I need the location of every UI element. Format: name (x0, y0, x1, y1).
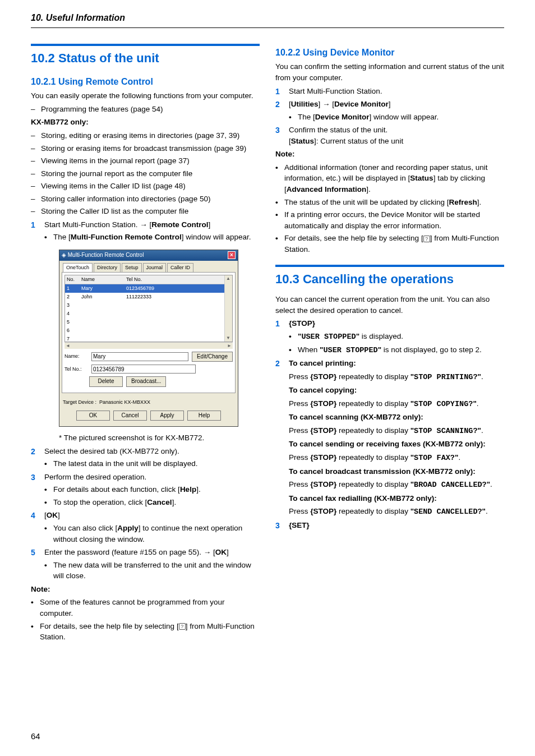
arrow-icon: → (204, 548, 211, 556)
name-input[interactable] (91, 352, 188, 361)
right-column: 10.2.2 Using Device Monitor You can conf… (275, 34, 504, 644)
step-number: 2 (275, 358, 280, 369)
arrow-icon: → (140, 220, 147, 229)
step-number: 1 (31, 219, 35, 231)
col-no: No. (65, 275, 80, 284)
step-text: Start Multi-Function Station. (44, 220, 140, 229)
note-bullet: Additional information (toner and record… (275, 162, 504, 195)
cancel-redial-head: To cancel fax redialling (KX-MB772 only)… (289, 493, 504, 504)
step-text: Confirm the status of the unit. (289, 126, 388, 134)
dash-item: Viewing items in the journal report (pag… (31, 155, 260, 167)
horizontal-scrollbar[interactable]: ◄► (64, 342, 233, 349)
cancel-scanning-head: To cancel scanning (KX-MB772 only): (289, 412, 504, 423)
remote-control-screenshot: ◈ Multi-Function Remote Control × OneTou… (59, 250, 238, 427)
table-row[interactable]: 4 (65, 310, 232, 318)
note-heading: Note: (275, 149, 504, 160)
step-4: 4 [OK] You can also click [Apply] to con… (31, 510, 260, 545)
step-text: Start Multi-Function Station. (289, 87, 382, 95)
sub-bullet: For details about each function, click [… (44, 484, 260, 495)
sub-bullet: The latest data in the unit will be disp… (44, 458, 260, 469)
table-row[interactable]: 5 (65, 318, 232, 326)
intro-text: You can cancel the current operation fro… (275, 294, 504, 316)
intro-text: You can easily operate the following fun… (31, 90, 260, 102)
note-bullet: For details, see the help file by select… (31, 621, 260, 643)
step-number: 3 (31, 472, 35, 483)
name-label: Name: (64, 353, 88, 360)
sub-bullet: To stop the operation, click [Cancel]. (44, 497, 260, 508)
dash-item: Storing, editing or erasing items in dir… (31, 130, 260, 141)
intro-text: You can confirm the setting information … (275, 61, 504, 83)
step-number: 2 (275, 99, 280, 110)
step-number: 3 (275, 125, 280, 136)
contacts-table[interactable]: No. Name Tel No. 1 Mary 0123456789 2 Joh… (64, 275, 233, 342)
apply-button[interactable]: Apply (150, 411, 184, 421)
cancel-printing-head: To cancel printing: (289, 359, 356, 367)
sub-bullet: The new data will be transferred to the … (44, 560, 260, 582)
tab-directory[interactable]: Directory (94, 263, 121, 272)
cancel-step-2: 2 To cancel printing: Press {STOP} repea… (275, 358, 504, 518)
cancel-text: Press {STOP} repeatedly to display "SEND… (289, 506, 504, 518)
dash-item: Storing the Caller ID list as the comput… (31, 206, 260, 217)
step-text: Select the desired tab (KX-MB772 only). (44, 447, 179, 455)
vertical-scrollbar[interactable] (224, 275, 232, 342)
cancel-text: Press {STOP} repeatedly to display "STOP… (289, 452, 504, 464)
help-button[interactable]: Help (187, 411, 221, 421)
window-title: ◈ Multi-Function Remote Control (62, 251, 144, 260)
cancel-step-3: 3 {SET} (275, 520, 504, 531)
sub-bullet: The [Multi-Function Remote Control] wind… (44, 232, 260, 243)
tab-journal[interactable]: Journal (143, 263, 167, 272)
cancel-copying-head: To cancel copying: (289, 385, 504, 396)
cancel-text: Press {STOP} repeatedly to display "BROA… (289, 479, 504, 491)
window-titlebar: ◈ Multi-Function Remote Control × (59, 250, 238, 261)
section-10-2-2-title: 10.2.2 Using Device Monitor (275, 46, 504, 59)
kx-heading: KX-MB772 only: (31, 117, 260, 128)
cancel-step-1: 1 {STOP} "USER STOPPED" is displayed. Wh… (275, 318, 504, 356)
note-heading: Note: (31, 584, 260, 595)
table-row[interactable]: 3 (65, 301, 232, 310)
step-2: 2 Select the desired tab (KX-MB772 only)… (31, 446, 260, 469)
step-3: 3 Perform the desired operation. For det… (31, 472, 260, 508)
sub-bullet: You can also click [Apply] to continue t… (44, 523, 260, 545)
step-3: 3 Confirm the status of the unit. [Statu… (275, 125, 504, 146)
delete-button[interactable]: Delete (89, 376, 123, 387)
help-icon: ? (423, 236, 430, 242)
cancel-button[interactable]: Cancel (113, 411, 147, 421)
col-name: Name (80, 275, 124, 284)
sub-bullet: The [Device Monitor] window will appear. (289, 112, 504, 123)
table-row[interactable]: 2 John 111222333 (65, 293, 232, 301)
page-number: 64 (31, 730, 40, 743)
table-row[interactable]: 1 Mary 0123456789 (65, 284, 232, 293)
step-number: 1 (275, 318, 280, 329)
note-bullet: If a printing error occurs, the Device M… (275, 209, 504, 231)
sub-bullet: When "USER STOPPED" is not displayed, go… (289, 344, 504, 356)
tab-onetouch[interactable]: OneTouch (63, 263, 93, 272)
tab-strip: OneTouch Directory Setup Journal Caller … (59, 261, 238, 272)
table-row[interactable]: 6 (65, 326, 232, 335)
note-bullet: For details, see the help file by select… (275, 233, 504, 255)
dash-item: Viewing items in the Caller ID list (pag… (31, 181, 260, 192)
dash-item: Storing or erasing items for broadcast t… (31, 143, 260, 154)
tab-callerid[interactable]: Caller ID (167, 263, 193, 272)
broadcast-button[interactable]: Broadcast... (126, 376, 166, 387)
dash-item: Programming the features (page 54) (31, 104, 260, 115)
step-2: 2 [Utilities] → [Device Monitor] The [De… (275, 99, 504, 122)
tel-label: Tel No.: (64, 366, 88, 373)
step-number: 1 (275, 86, 280, 97)
table-header: No. Name Tel No. (65, 275, 232, 284)
step-1: 1 Start Multi-Function Station. → [Remot… (31, 219, 260, 243)
ok-button[interactable]: OK (76, 411, 110, 421)
section-10-2-1-title: 10.2.1 Using Remote Control (31, 75, 260, 88)
step-number: 2 (31, 446, 35, 457)
cancel-broadcast-head: To cancel broadcast transmission (KX-MB7… (289, 466, 504, 477)
section-rule (31, 44, 260, 46)
step-number: 5 (31, 547, 35, 558)
tab-setup[interactable]: Setup (122, 263, 142, 272)
note-bullet: Some of the features cannot be programme… (31, 597, 260, 619)
tel-input[interactable] (91, 365, 196, 374)
close-icon[interactable]: × (228, 251, 236, 259)
table-row[interactable]: 7 (65, 335, 232, 342)
col-tel: Tel No. (124, 275, 232, 284)
sub-bullet: "USER STOPPED" is displayed. (289, 331, 504, 343)
dash-item: Storing the journal report as the comput… (31, 168, 260, 179)
edit-change-button[interactable]: Edit/Change (192, 352, 233, 362)
